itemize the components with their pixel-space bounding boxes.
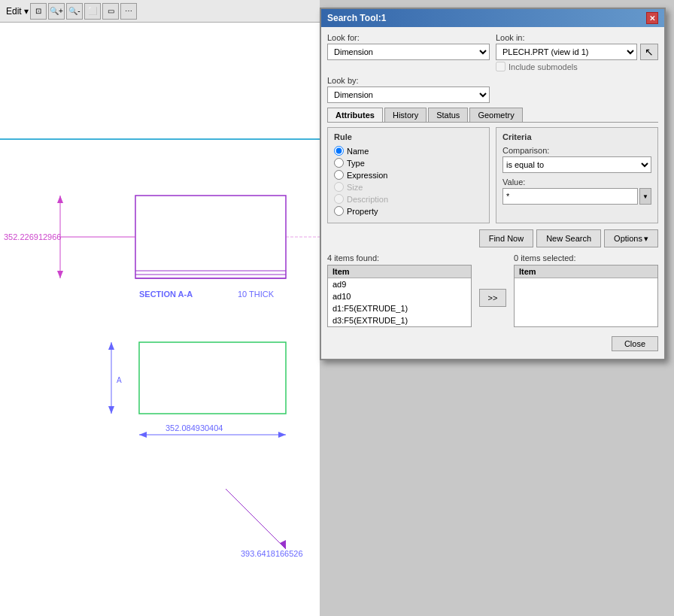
look-for-look-in-row: Look for: Dimension Look in: PLECH.PRT (… — [327, 33, 658, 71]
select-btn[interactable]: ▭ — [102, 3, 119, 20]
look-by-label: Look by: — [327, 76, 490, 85]
rule-expression-row: Expression — [334, 170, 483, 180]
panels-row: Rule Name Type Expression Size — [327, 127, 658, 223]
tab-geometry[interactable]: Geometry — [469, 108, 522, 122]
include-submodels-checkbox[interactable] — [496, 62, 506, 71]
svg-line-16 — [226, 489, 286, 549]
pan-btn[interactable]: ⬜ — [84, 3, 101, 20]
comparison-select[interactable]: is equal to — [502, 156, 651, 173]
look-in-label: Look in: — [496, 33, 658, 42]
comparison-label: Comparison: — [502, 146, 651, 155]
options-label: Options — [614, 234, 642, 243]
include-submodels-row: Include submodels — [496, 62, 658, 71]
more-btn[interactable]: ⋯ — [120, 3, 137, 20]
cursor-picker-btn[interactable]: ↖ — [640, 44, 658, 60]
value-dropdown-btn[interactable]: ▼ — [639, 188, 651, 205]
rule-description-label: Description — [347, 195, 388, 204]
selected-panel: 0 items selected: Item — [514, 253, 658, 327]
value-row: ▼ — [502, 188, 651, 205]
svg-marker-12 — [108, 406, 114, 414]
rule-type-radio[interactable] — [334, 158, 344, 168]
action-buttons-row: Find Now New Search Options ▾ — [327, 229, 658, 247]
zoom-area-btn[interactable]: ⊡ — [30, 3, 47, 20]
rule-panel: Rule Name Type Expression Size — [327, 127, 490, 223]
selected-list[interactable]: Item — [514, 265, 658, 327]
svg-marker-15 — [278, 432, 286, 438]
marker-a-label: A — [117, 376, 122, 384]
svg-marker-11 — [108, 342, 114, 350]
found-count: 4 items found: — [327, 253, 472, 262]
search-tool-dialog: Search Tool:1 ✕ Look for: Dimension Look… — [320, 8, 666, 360]
dialog-title: Search Tool:1 — [327, 13, 386, 23]
dialog-titlebar: Search Tool:1 ✕ — [321, 9, 664, 27]
list-item[interactable]: d3:F5(EXTRUDE_1) — [328, 314, 471, 326]
toolbar: Edit ▾ ⊡ 🔍+ 🔍- ⬜ ▭ ⋯ — [0, 0, 320, 23]
found-list-header: Item — [328, 266, 471, 278]
look-for-select[interactable]: Dimension — [327, 44, 490, 60]
edit-menu[interactable]: Edit ▾ — [6, 6, 29, 17]
look-for-group: Look for: Dimension — [327, 33, 490, 60]
rule-title: Rule — [334, 132, 483, 141]
include-submodels-label: Include submodels — [509, 62, 578, 71]
section-label: SECTION A-A — [139, 290, 193, 299]
dim2-label: 352.084930404 — [165, 423, 223, 432]
results-row: 4 items found: Item ad9 ad10 d1:F5(EXTRU… — [327, 253, 658, 327]
cad-canvas: 352.226912966 SECTION A-A 10 THICK A 352… — [0, 23, 320, 616]
rule-size-row: Size — [334, 182, 483, 192]
rule-description-row: Description — [334, 194, 483, 204]
rule-size-label: Size — [347, 183, 363, 192]
list-item[interactable]: ad9 — [328, 278, 471, 290]
rule-name-radio[interactable] — [334, 146, 344, 156]
transfer-button[interactable]: >> — [479, 289, 506, 307]
zoom-in-btn[interactable]: 🔍+ — [48, 3, 65, 20]
dialog-close-btn[interactable]: ✕ — [646, 12, 658, 24]
dim1-label: 352.226912966 — [4, 232, 61, 241]
rule-description-radio — [334, 194, 344, 204]
criteria-title: Criteria — [502, 132, 651, 141]
rule-property-label: Property — [347, 207, 378, 216]
rule-type-row: Type — [334, 158, 483, 168]
value-input[interactable] — [502, 188, 638, 205]
look-by-row: Look by: Dimension — [327, 76, 658, 103]
criteria-panel: Criteria Comparison: is equal to Value: … — [496, 127, 658, 223]
thick-label: 10 THICK — [238, 290, 275, 299]
found-panel: 4 items found: Item ad9 ad10 d1:F5(EXTRU… — [327, 253, 472, 327]
svg-rect-0 — [135, 196, 286, 278]
look-in-select[interactable]: PLECH.PRT (view id 1) — [496, 44, 637, 60]
dialog-body: Look for: Dimension Look in: PLECH.PRT (… — [321, 27, 664, 359]
look-in-group: Look in: PLECH.PRT (view id 1) ↖ Include… — [496, 33, 658, 71]
close-button[interactable]: Close — [612, 336, 658, 351]
list-item[interactable]: d1:F5(EXTRUDE_1) — [328, 302, 471, 314]
found-list[interactable]: Item ad9 ad10 d1:F5(EXTRUDE_1) d3:F5(EXT… — [327, 265, 472, 327]
rule-property-row: Property — [334, 206, 483, 216]
look-in-row: PLECH.PRT (view id 1) ↖ — [496, 44, 658, 60]
tab-history[interactable]: History — [384, 108, 427, 122]
tab-attributes[interactable]: Attributes — [327, 108, 383, 122]
svg-marker-8 — [57, 271, 63, 278]
options-arrow: ▾ — [644, 234, 648, 244]
list-item[interactable]: ad10 — [328, 290, 471, 302]
new-search-button[interactable]: New Search — [536, 229, 601, 247]
look-for-label: Look for: — [327, 33, 490, 42]
svg-marker-7 — [57, 196, 63, 203]
look-by-group: Look by: Dimension — [327, 76, 490, 103]
find-now-button[interactable]: Find Now — [479, 229, 533, 247]
rule-property-radio[interactable] — [334, 206, 344, 216]
rule-type-label: Type — [347, 159, 365, 168]
selected-list-header: Item — [515, 266, 657, 278]
rule-expression-radio[interactable] — [334, 170, 344, 180]
zoom-out-btn[interactable]: 🔍- — [66, 3, 83, 20]
selected-count: 0 items selected: — [514, 253, 658, 262]
rule-name-label: Name — [347, 147, 369, 156]
svg-marker-14 — [139, 432, 147, 438]
look-by-select[interactable]: Dimension — [327, 86, 490, 103]
rule-expression-label: Expression — [347, 171, 387, 180]
transfer-panel: >> — [478, 253, 508, 327]
tab-bar: Attributes History Status Geometry — [327, 108, 658, 123]
rule-name-row: Name — [334, 146, 483, 156]
rule-size-radio — [334, 182, 344, 192]
tab-status[interactable]: Status — [428, 108, 468, 122]
options-button[interactable]: Options ▾ — [604, 229, 658, 247]
svg-rect-9 — [139, 342, 286, 414]
dim3-label: 393.6418166526 — [241, 549, 303, 558]
